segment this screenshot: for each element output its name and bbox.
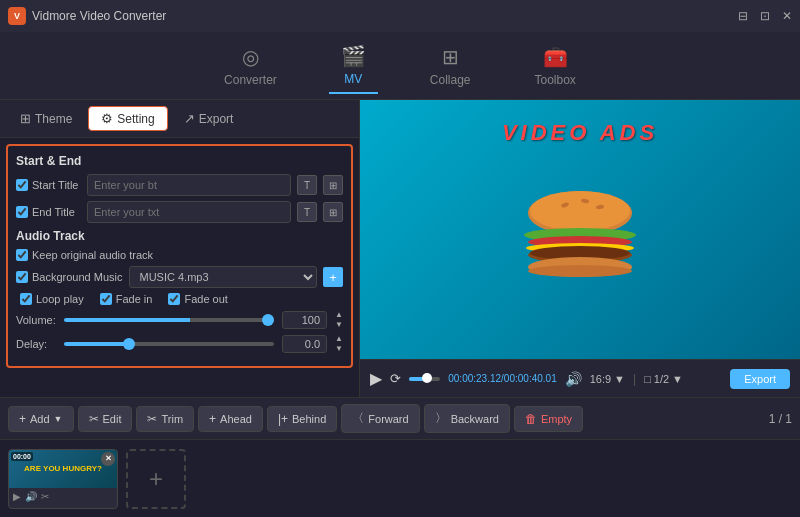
start-title-row: Start Title T ⊞ [16, 174, 343, 196]
volume-slider[interactable] [64, 318, 274, 322]
nav-collage[interactable]: ⊞ Collage [418, 39, 483, 93]
burger-image [510, 185, 650, 295]
volume-icon[interactable]: 🔊 [565, 371, 582, 387]
clip-cut-icon[interactable]: ✂ [41, 491, 49, 502]
play-button[interactable]: ▶ [370, 369, 382, 388]
audio-options-row: Loop play Fade in Fade out [20, 293, 343, 305]
add-clip-button[interactable]: + [126, 449, 186, 509]
fade-out-label: Fade out [168, 293, 227, 305]
add-button[interactable]: + Add ▼ [8, 406, 74, 432]
add-dropdown-icon: ▼ [54, 414, 63, 424]
delay-label: Delay: [16, 338, 56, 350]
start-title-input[interactable] [87, 174, 291, 196]
export-button[interactable]: Export [730, 369, 790, 389]
fade-out-checkbox[interactable] [168, 293, 180, 305]
tab-export[interactable]: ↗ Export [172, 107, 246, 130]
end-title-text-btn[interactable]: T [297, 202, 317, 222]
tab-theme[interactable]: ⊞ Theme [8, 107, 84, 130]
nav-bar: ◎ Converter 🎬 MV ⊞ Collage 🧰 Toolbox [0, 32, 800, 100]
fade-in-label: Fade in [100, 293, 153, 305]
title-bar: V Vidmore Video Converter ⊟ ⊡ ✕ [0, 0, 800, 32]
nav-converter[interactable]: ◎ Converter [212, 39, 289, 93]
video-title: VIDEO ADS [502, 120, 658, 146]
bottom-toolbar: + Add ▼ ✂ Edit ✂ Trim + Ahead |+ Behind … [0, 397, 800, 439]
keep-audio-label: Keep original audio track [16, 249, 153, 261]
backward-button[interactable]: 〉 Backward [424, 404, 510, 433]
loop-button[interactable]: ⟳ [390, 371, 401, 386]
maximize-btn[interactable]: ⊡ [760, 9, 770, 23]
app-icon: V [8, 7, 26, 25]
add-clip-icon: + [149, 465, 163, 493]
delay-row: Delay: 0.0 ▲ ▼ [16, 334, 343, 353]
audio-section: Audio Track Keep original audio track Ba… [16, 229, 343, 353]
behind-button[interactable]: |+ Behind [267, 406, 337, 432]
clip-controls: ▶ 🔊 ✂ [9, 488, 117, 505]
music-select[interactable]: MUSIC 4.mp3 [129, 266, 318, 288]
nav-toolbox[interactable]: 🧰 Toolbox [523, 39, 588, 93]
volume-label: Volume: [16, 314, 56, 326]
clip-close-btn[interactable]: ✕ [101, 452, 115, 466]
export-tab-icon: ↗ [184, 111, 195, 126]
nav-mv[interactable]: 🎬 MV [329, 38, 378, 94]
bg-music-row: Background Music MUSIC 4.mp3 + [16, 266, 343, 288]
delay-up-btn[interactable]: ▲ [335, 334, 343, 343]
progress-thumb [422, 373, 432, 383]
volume-down-btn[interactable]: ▼ [335, 320, 343, 329]
settings-panel: Start & End Start Title T ⊞ End Title T … [6, 144, 353, 368]
edit-icon: ✂ [89, 412, 99, 426]
fade-in-checkbox[interactable] [100, 293, 112, 305]
aspect-ratio: 16:9 ▼ [590, 373, 625, 385]
delay-down-btn[interactable]: ▼ [335, 344, 343, 353]
backward-icon: 〉 [435, 410, 447, 427]
end-title-grid-btn[interactable]: ⊞ [323, 202, 343, 222]
start-title-grid-btn[interactable]: ⊞ [323, 175, 343, 195]
add-music-btn[interactable]: + [323, 267, 343, 287]
time-display: 00:00:23.12/00:00:40.01 [448, 373, 556, 384]
start-title-checkbox[interactable] [16, 179, 28, 191]
ahead-icon: + [209, 412, 216, 426]
trim-icon: ✂ [147, 412, 157, 426]
svg-point-1 [530, 191, 630, 231]
end-title-input[interactable] [87, 201, 291, 223]
forward-button[interactable]: 〈 Forward [341, 404, 419, 433]
panel-tabs: ⊞ Theme ⚙ Setting ↗ Export [0, 100, 359, 138]
clip-text: ARE YOU HUNGRY? [22, 462, 104, 475]
delay-slider[interactable] [64, 342, 274, 346]
start-title-label: Start Title [16, 179, 81, 191]
setting-tab-icon: ⚙ [101, 111, 113, 126]
minimize-btn[interactable]: ⊟ [738, 9, 748, 23]
loop-play-label: Loop play [20, 293, 84, 305]
clip-play-icon[interactable]: ▶ [13, 491, 21, 502]
clip-volume-icon[interactable]: 🔊 [25, 491, 37, 502]
svg-point-11 [528, 265, 632, 277]
bg-music-checkbox[interactable] [16, 271, 28, 283]
forward-icon: 〈 [352, 410, 364, 427]
preview-bg: VIDEO ADS [360, 100, 800, 359]
close-btn[interactable]: ✕ [782, 9, 792, 23]
left-panel: ⊞ Theme ⚙ Setting ↗ Export Start & End S… [0, 100, 360, 397]
app-title: Vidmore Video Converter [32, 9, 166, 23]
trim-button[interactable]: ✂ Trim [136, 406, 194, 432]
page-count: 1 / 1 [769, 412, 792, 426]
timeline-clip: ARE YOU HUNGRY? ✕ 00:00 ▶ 🔊 ✂ [8, 449, 118, 509]
progress-bar[interactable] [409, 377, 440, 381]
timeline-area: ARE YOU HUNGRY? ✕ 00:00 ▶ 🔊 ✂ + [0, 439, 800, 517]
right-panel: VIDEO ADS [360, 100, 800, 397]
toolbox-icon: 🧰 [543, 45, 568, 69]
start-title-text-btn[interactable]: T [297, 175, 317, 195]
keep-audio-checkbox[interactable] [16, 249, 28, 261]
audio-track-title: Audio Track [16, 229, 343, 243]
delay-value: 0.0 [282, 335, 327, 353]
loop-play-checkbox[interactable] [20, 293, 32, 305]
tab-setting[interactable]: ⚙ Setting [88, 106, 167, 131]
volume-up-btn[interactable]: ▲ [335, 310, 343, 319]
converter-icon: ◎ [242, 45, 259, 69]
player-controls: ▶ ⟳ 00:00:23.12/00:00:40.01 🔊 16:9 ▼ | □… [360, 359, 800, 397]
keep-audio-row: Keep original audio track [16, 249, 343, 261]
end-title-checkbox[interactable] [16, 206, 28, 218]
edit-button[interactable]: ✂ Edit [78, 406, 133, 432]
volume-row: Volume: 100 ▲ ▼ [16, 310, 343, 329]
ahead-button[interactable]: + Ahead [198, 406, 263, 432]
empty-button[interactable]: 🗑 Empty [514, 406, 583, 432]
behind-icon: |+ [278, 412, 288, 426]
